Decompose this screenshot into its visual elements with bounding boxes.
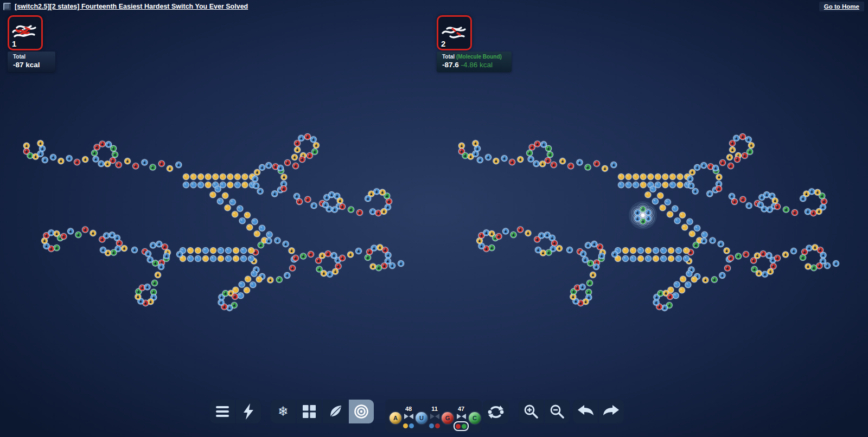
redo-button[interactable] bbox=[599, 400, 624, 423]
pair-count-UG: 11 bbox=[431, 406, 438, 413]
toolbar-group-zoom bbox=[519, 400, 570, 423]
snowflake-icon: ❄ bbox=[278, 405, 289, 418]
toolbar-group-history bbox=[573, 400, 624, 423]
rna-state-1[interactable] bbox=[23, 133, 405, 312]
redo-arrow-icon bbox=[603, 404, 620, 419]
pair-dots-GC[interactable] bbox=[454, 421, 469, 431]
rna-canvas bbox=[0, 0, 868, 437]
zoom-in-button[interactable] bbox=[519, 400, 544, 423]
menu-icon bbox=[215, 406, 229, 417]
natural-mode-button[interactable] bbox=[323, 400, 348, 423]
freeze-button[interactable]: ❄ bbox=[271, 400, 296, 423]
paint-base-U-button[interactable]: U bbox=[416, 412, 427, 424]
rna-state-2[interactable] bbox=[458, 133, 840, 312]
pair-count-GC: 47 bbox=[458, 406, 464, 413]
target-mode-button[interactable] bbox=[349, 400, 374, 423]
undo-button[interactable] bbox=[573, 400, 598, 423]
pair-dots-AU[interactable] bbox=[401, 421, 416, 430]
menu-button[interactable] bbox=[210, 400, 235, 423]
zoom-in-icon bbox=[524, 404, 539, 419]
layout-button[interactable] bbox=[297, 400, 322, 423]
pair-count-AU: 48 bbox=[405, 406, 412, 413]
boost-button[interactable] bbox=[236, 400, 261, 423]
pair-dot-G bbox=[456, 424, 461, 429]
paint-pair-GC-button[interactable] bbox=[457, 413, 466, 420]
toolbar-group-modes: ❄ bbox=[271, 400, 374, 423]
zoom-out-button[interactable] bbox=[545, 400, 570, 423]
swap-icon bbox=[487, 404, 505, 420]
toolbar-group-menu bbox=[210, 400, 261, 423]
lightning-icon bbox=[242, 403, 255, 420]
paint-base-A-button[interactable]: A bbox=[390, 412, 401, 424]
base-palette: A 48 U 11 G 47 C bbox=[385, 399, 482, 433]
pair-dot-C bbox=[462, 424, 467, 429]
target-icon bbox=[354, 404, 369, 419]
paint-pair-UG-button[interactable] bbox=[430, 413, 439, 420]
zoom-out-icon bbox=[550, 404, 565, 419]
pair-dot-U bbox=[409, 423, 414, 428]
undo-arrow-icon bbox=[577, 404, 594, 419]
pair-dot-A bbox=[403, 423, 408, 428]
grid-icon bbox=[303, 405, 316, 418]
paint-base-C-button[interactable]: C bbox=[469, 412, 481, 424]
pair-dot-U bbox=[429, 423, 434, 428]
pair-dot-G bbox=[435, 423, 440, 428]
leaf-icon bbox=[328, 404, 343, 419]
pair-dots-UG[interactable] bbox=[427, 421, 442, 430]
bound-molecule-glow bbox=[629, 201, 657, 229]
paint-base-G-button[interactable]: G bbox=[442, 412, 454, 424]
paint-pair-AU-button[interactable] bbox=[404, 413, 413, 420]
swap-pair-button[interactable] bbox=[483, 400, 509, 424]
